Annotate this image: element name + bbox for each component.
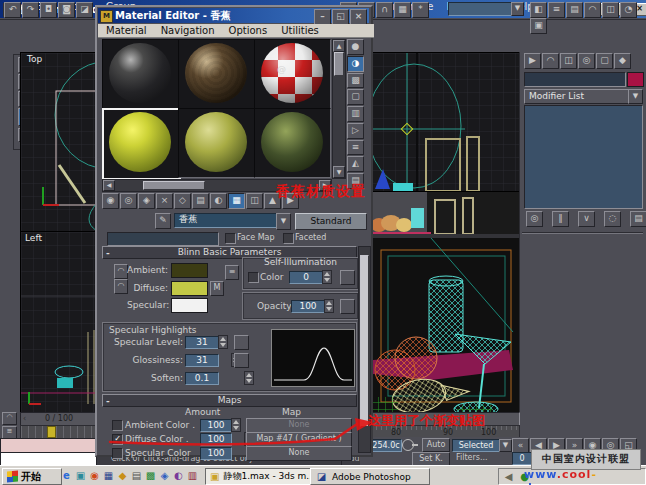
display-tab-icon[interactable]: ▢ — [596, 53, 613, 69]
taskbar-item-photoshop[interactable]: ◪ Adobe Photoshop — [310, 468, 430, 485]
layer-manager-icon[interactable]: ▤ — [566, 2, 583, 18]
bind-to-spacewarp-icon[interactable]: ◪ — [76, 2, 93, 18]
redo-icon[interactable]: ↷ — [22, 2, 39, 18]
minimize-button-icon[interactable]: – — [314, 9, 331, 25]
specular-level-map-button[interactable] — [234, 335, 249, 350]
viewport-top-label[interactable]: Top — [27, 54, 42, 64]
sample-slot-5[interactable] — [178, 108, 255, 178]
viewport-perspective[interactable] — [370, 191, 520, 414]
sample-slot-6[interactable] — [254, 108, 331, 178]
rollout-collapse-icon[interactable]: - — [106, 248, 110, 258]
modifier-list-dropdown[interactable]: Modifier List — [524, 89, 634, 104]
volume-icon[interactable]: ◀ — [502, 470, 515, 483]
configure-modifier-sets-icon[interactable]: ▤ — [630, 211, 646, 227]
shader-type-dropdown[interactable] — [107, 232, 219, 246]
time-slider-thumb[interactable] — [47, 426, 56, 438]
restore-button-icon[interactable]: ◱ — [332, 9, 349, 25]
align-icon[interactable]: ≡ — [548, 2, 565, 18]
make-unique-icon[interactable]: ∨ — [578, 211, 595, 227]
messenger-icon[interactable]: ◐ — [172, 469, 185, 482]
pin-stack-icon[interactable]: ◎ — [526, 211, 543, 227]
create-tab-icon[interactable]: ▶ — [524, 53, 541, 69]
sample-uv-tiling-icon[interactable]: ▢ — [347, 89, 364, 105]
filters-button[interactable]: Filters... — [456, 453, 488, 462]
time-slider[interactable]: ‹ 0 / 100 — [20, 412, 98, 426]
make-material-copy-icon[interactable]: ◇ — [174, 193, 191, 209]
backlight-icon[interactable]: ◑ — [347, 56, 364, 72]
slots-scroll-up-icon[interactable]: ▲ — [333, 40, 345, 52]
slots-scroll-left-icon[interactable]: ◀ — [103, 180, 115, 191]
pick-material-eyedropper-icon[interactable]: ✎ — [155, 213, 171, 229]
key-filter-dropdown[interactable]: Selected — [452, 439, 500, 452]
me-menu-utilities[interactable]: Utilities — [281, 25, 319, 36]
slots-scroll-down-icon[interactable]: ▼ — [333, 166, 345, 178]
show-end-result-icon[interactable]: ◫ — [246, 193, 263, 209]
opacity-value-field[interactable]: 100 — [291, 300, 325, 313]
specular-color-swatch[interactable] — [171, 298, 208, 313]
show-map-in-viewport-icon[interactable]: ▦ — [228, 193, 245, 209]
glossiness-field[interactable]: 31 — [185, 354, 219, 367]
modifier-list-arrow[interactable]: ▼ — [628, 89, 643, 104]
viewport-left-label[interactable]: Left — [25, 233, 42, 243]
undo-icon[interactable]: ↶ — [4, 2, 21, 18]
face-map-checkbox[interactable] — [225, 233, 236, 244]
opacity-map-button[interactable] — [340, 299, 355, 314]
me-menu-options[interactable]: Options — [229, 25, 268, 36]
viewport-top[interactable]: Top — [20, 52, 98, 232]
show-desktop-icon[interactable]: ▣ — [74, 469, 87, 482]
motion-tab-icon[interactable]: ◎ — [578, 53, 595, 69]
material-type-button[interactable]: Standard — [295, 213, 367, 230]
put-material-to-scene-icon[interactable]: ◎ — [120, 193, 137, 209]
viewport-left[interactable]: Left — [20, 231, 98, 414]
key-filter-arrow[interactable]: ▼ — [499, 439, 512, 452]
lock-ambient-diffuse-icon[interactable]: ◠ — [114, 264, 128, 279]
self-illum-value-field[interactable]: 0 — [289, 271, 323, 284]
sample-slot-4-active[interactable] — [102, 108, 181, 180]
sample-slot-2[interactable] — [178, 39, 255, 109]
video-color-check-icon[interactable]: ▥ — [347, 106, 364, 122]
unlink-selection-icon[interactable]: ◙ — [58, 2, 75, 18]
self-illum-spinner[interactable] — [322, 270, 332, 284]
me-menu-navigation[interactable]: Navigation — [161, 25, 215, 36]
sample-slots-vscroll[interactable]: ▲ ▼ — [332, 39, 346, 179]
glossiness-map-button[interactable] — [234, 353, 249, 368]
acdsee-icon[interactable]: ◆ — [116, 469, 129, 482]
curve-editor-icon[interactable]: ◠ — [584, 2, 601, 18]
ie-quick-launch-icon[interactable]: e — [60, 469, 73, 482]
material-name-arrow[interactable]: ▼ — [276, 213, 291, 230]
diffuse-map-shortcut-button[interactable]: M — [210, 281, 224, 296]
specular-level-field[interactable]: 31 — [185, 336, 219, 349]
get-material-icon[interactable]: ◉ — [102, 193, 119, 209]
media-player-icon[interactable]: ◉ — [88, 469, 101, 482]
percent-snap-icon[interactable]: ∩ — [376, 2, 393, 18]
show-end-result-stack-icon[interactable]: ∥ — [552, 211, 569, 227]
ambient-color-swatch[interactable] — [171, 263, 208, 278]
hierarchy-tab-icon[interactable]: ◫ — [560, 53, 577, 69]
modifier-stack-list[interactable] — [524, 105, 643, 209]
folder-icon[interactable]: ◈ — [158, 469, 171, 482]
soften-field[interactable]: 0.1 — [185, 372, 219, 385]
assign-material-to-selection-icon[interactable]: ◈ — [138, 193, 155, 209]
faceted-checkbox[interactable] — [283, 233, 294, 244]
mini-curve-button[interactable]: ◠ — [2, 412, 17, 425]
spinner-snap-icon[interactable]: ▦ — [394, 2, 411, 18]
current-frame-field[interactable]: 0 — [512, 452, 532, 465]
opacity-spinner[interactable] — [324, 299, 334, 313]
self-illum-map-button[interactable] — [340, 270, 355, 285]
start-button[interactable]: 开始 — [2, 468, 62, 485]
close-button-icon[interactable]: × — [350, 9, 367, 25]
select-by-material-icon[interactable]: ◭ — [347, 156, 364, 172]
track-bar-left[interactable] — [20, 425, 98, 439]
maxscript-listener-pink[interactable] — [0, 438, 97, 453]
time-slider-left-arrow[interactable]: ‹ — [23, 413, 26, 424]
material-effects-channel-icon[interactable]: ◐ — [210, 193, 227, 209]
keyboard-shortcut-toggle-icon[interactable]: * — [412, 2, 429, 18]
self-illum-color-checkbox[interactable] — [248, 272, 259, 283]
named-selection-dropdown-arrow[interactable]: ▼ — [511, 2, 524, 16]
make-preview-icon[interactable]: ▷ — [347, 123, 364, 139]
me-menu-material[interactable]: Material — [106, 25, 147, 36]
image-viewer-icon[interactable]: ▩ — [144, 469, 157, 482]
taskbar-item-3dsmax[interactable]: ▣ 静物1.max - 3ds m... — [205, 468, 315, 485]
remove-modifier-icon[interactable]: ◌ — [604, 211, 621, 227]
slots-vscroll-thumb[interactable] — [334, 52, 344, 76]
